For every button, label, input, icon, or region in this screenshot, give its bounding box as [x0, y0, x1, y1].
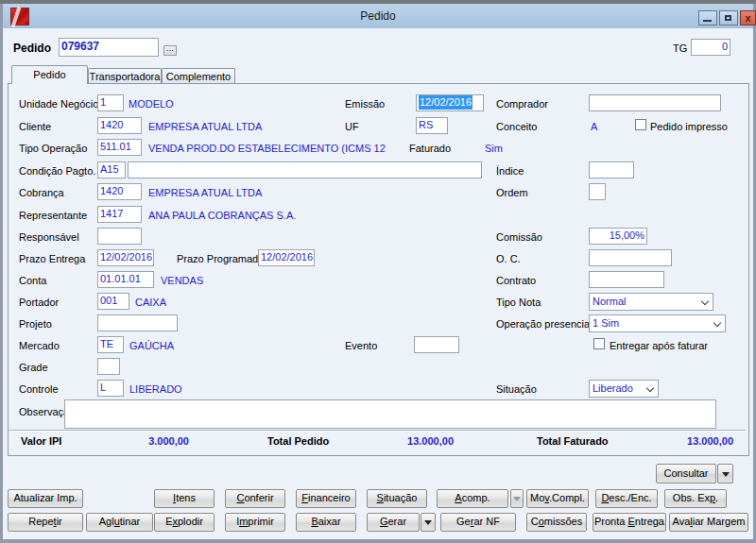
grade-input[interactable] [97, 358, 120, 375]
acomp-dropdown-button[interactable] [510, 489, 524, 508]
prazo-programado-input[interactable]: 12/02/2016 [258, 249, 315, 266]
cobranca-input[interactable]: 1420 [97, 183, 142, 200]
unidade-negocio-desc: MODELO [129, 98, 174, 110]
portador-desc: CAIXA [135, 297, 166, 308]
prazo-programado-label: Prazo Programado [177, 253, 264, 264]
maximize-button[interactable] [719, 10, 738, 25]
conta-label: Conta [19, 275, 46, 286]
ordem-input[interactable] [589, 183, 606, 200]
desc-enc-button[interactable]: Desc./Enc. [595, 489, 658, 508]
atualizar-imp-button[interactable]: Atualizar Imp. [8, 489, 83, 508]
ordem-label: Ordem [496, 187, 528, 198]
uf-label: UF [345, 121, 359, 132]
projeto-input[interactable] [97, 314, 178, 331]
acomp-button[interactable]: Acomp. [437, 489, 508, 508]
comissoes-button[interactable]: Comissões [526, 513, 587, 532]
tipo-operacao-input[interactable]: 511.01 [97, 139, 142, 156]
responsavel-label: Responsável [19, 231, 79, 243]
comprador-input[interactable] [589, 94, 721, 111]
grade-label: Grade [19, 362, 48, 373]
prazo-entrega-input[interactable]: 12/02/2016 [97, 249, 154, 266]
conta-input[interactable]: 01.01.01 [97, 271, 154, 288]
pedido-number-input[interactable]: 079637 [59, 38, 159, 57]
condicao-pagto-label: Condição Pagto. [19, 165, 95, 177]
pedido-impresso-checkbox[interactable] [635, 119, 646, 130]
unidade-negocio-label: Unidade Negócio [19, 98, 98, 110]
gerar-button[interactable]: Gerar [367, 513, 420, 532]
faturado-label: Faturado [409, 143, 451, 154]
mercado-desc: GAÚCHA [129, 340, 174, 351]
operacao-presencial-select[interactable]: 1 Sim [589, 314, 726, 332]
indice-label: Índice [496, 165, 524, 177]
condicao-pagto-desc-input[interactable] [128, 161, 482, 178]
avaliar-margem-button[interactable]: Avaliar Margem [669, 513, 748, 532]
controle-input[interactable]: L [97, 380, 124, 397]
cobranca-desc: EMPRESA ATUAL LTDA [148, 187, 262, 198]
comissao-input[interactable]: 15,00% [589, 228, 647, 245]
consultar-button[interactable]: Consultar [656, 464, 716, 484]
situacao-select[interactable]: Liberado [589, 380, 659, 398]
portador-input[interactable]: 001 [97, 293, 129, 310]
indice-input[interactable] [589, 161, 634, 178]
pedido-window: Pedido x Pedido 079637 ... TG 0 Pedido T… [0, 0, 756, 543]
cobranca-label: Cobrança [19, 187, 64, 198]
financeiro-button[interactable]: Financeiro [296, 489, 356, 508]
conta-desc: VENDAS [161, 275, 203, 286]
gerar-nf-button[interactable]: Gerar NF [440, 513, 516, 532]
controle-label: Controle [19, 383, 59, 395]
contrato-input[interactable] [589, 271, 664, 288]
emissao-input[interactable]: 12/02/2016 [416, 94, 484, 111]
entregar-apos-faturar-checkbox[interactable] [593, 338, 605, 349]
tab-pedido[interactable]: Pedido [11, 65, 88, 84]
tipo-nota-value: Normal [593, 296, 626, 307]
minimize-icon [703, 20, 712, 22]
explodir-button[interactable]: Explodir [154, 513, 215, 532]
mercado-input[interactable]: TE [97, 336, 124, 353]
conferir-button[interactable]: Conferir [225, 489, 285, 508]
pedido-number-label: Pedido [13, 42, 51, 55]
repetir-button[interactable]: Repetir [8, 513, 83, 532]
itens-button[interactable]: Itens [154, 489, 215, 508]
comissao-label: Comissão [496, 231, 542, 243]
mov-compl-button[interactable]: Mov.Compl. [526, 489, 589, 508]
tipo-nota-select[interactable]: Normal [589, 293, 713, 311]
cliente-input[interactable]: 1420 [97, 117, 142, 134]
maximize-icon [725, 15, 731, 21]
evento-label: Evento [345, 340, 377, 351]
minimize-button[interactable] [698, 10, 717, 25]
emissao-label: Emissão [345, 98, 385, 110]
uf-input[interactable]: RS [416, 117, 448, 134]
operacao-presencial-label: Operação presencial [496, 318, 593, 330]
tab-complemento[interactable]: Complemento [162, 68, 235, 84]
oc-input[interactable] [589, 249, 672, 266]
lookup-button[interactable]: ... [163, 45, 177, 56]
gerar-dropdown-button[interactable] [421, 513, 436, 532]
obs-exp-button[interactable]: Obs. Exp. [664, 489, 727, 508]
representante-label: Representante [19, 210, 87, 221]
evento-input[interactable] [414, 336, 459, 353]
conceito-value: A [591, 121, 597, 132]
close-button[interactable]: x [740, 10, 756, 25]
responsavel-input[interactable] [97, 228, 142, 245]
aglutinar-button[interactable]: Aglutinar [86, 513, 153, 532]
condicao-pagto-input[interactable]: A15 [97, 161, 126, 178]
tg-input[interactable]: 0 [691, 39, 730, 56]
baixar-button[interactable]: Baixar [296, 513, 356, 532]
tab-transportadora[interactable]: Transportadora [88, 68, 162, 84]
pronta-entrega-button[interactable]: Pronta Entrega [593, 513, 666, 532]
app-logo-icon [10, 8, 29, 25]
tipo-operacao-label: Tipo Operação [19, 143, 87, 154]
situacao-button[interactable]: Situação [367, 489, 427, 508]
pedido-impresso-label: Pedido impresso [650, 121, 728, 132]
representante-input[interactable]: 1417 [97, 206, 142, 223]
observacao-textarea[interactable] [64, 399, 716, 429]
title-bar[interactable]: Pedido x [3, 4, 753, 29]
consultar-dropdown-button[interactable] [717, 464, 733, 484]
chevron-down-icon [646, 384, 654, 392]
imprimir-button[interactable]: Imprimir [225, 513, 285, 532]
portador-label: Portador [19, 297, 59, 308]
cliente-label: Cliente [19, 121, 51, 132]
valor-ipi-value: 3.000,00 [94, 435, 189, 447]
projeto-label: Projeto [19, 318, 52, 330]
unidade-negocio-input[interactable]: 1 [97, 94, 124, 111]
